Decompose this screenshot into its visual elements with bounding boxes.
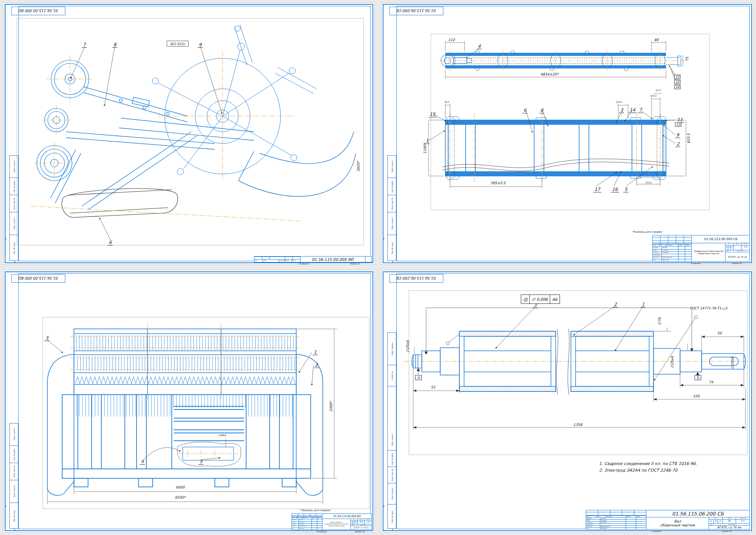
format-label: Формат А3	[722, 530, 732, 532]
organization: БГАТУ, гр 74 эм	[709, 526, 749, 529]
corner-mark-x: X	[392, 528, 393, 531]
format-label: Формат А1	[732, 262, 742, 264]
coaxiality-icon: ◎	[521, 295, 529, 303]
corner-mark-y: Y	[383, 505, 385, 508]
reference-note: *Размеры для справок	[300, 509, 330, 512]
title-block-row: Изм.Лист№ докум.Подп.Дата	[254, 259, 300, 262]
format-label: Формат А1	[355, 531, 365, 533]
sheet-header-general-view: 01.56.115.00.000 ВО Подп. и датаИнв. № д…	[3, 270, 375, 533]
title-block-revision-cells: Изм.Лист№ докум.Подп.Дата	[254, 257, 301, 262]
organization: БГАТУ, гр 74 эм	[725, 252, 749, 261]
corner-mark-y: Y	[5, 237, 7, 241]
shaft-drawing	[382, 270, 754, 533]
drawings-collage: 01.56.115.00.000 ВО Подп. и датаИнв. № д…	[0, 0, 756, 535]
format-label: Формат А1	[350, 263, 360, 265]
title-block-doc-number: 01.56.115.06.200 СБ	[646, 510, 749, 517]
title-block-row: Утв.Шупилов	[653, 259, 691, 261]
corner-mark-y: Y	[5, 505, 7, 508]
copied-label: Копировал	[317, 531, 327, 533]
sheet-conveyor-assembly: 01.56.115.06.000 СБ Подп. и датаИнв. № д…	[381, 2, 754, 265]
title-block: Изм.Лист№ докум.Подп.ДатаРазраб.ФроловПр…	[652, 235, 750, 262]
title-block-end-cell	[365, 257, 371, 262]
title-block: Изм.Лист№ докум.Подп.Дата 01.56.115.00.0…	[254, 256, 372, 262]
conveyor-drawing	[382, 3, 754, 265]
title-block: Изм.Лист№ докум.Подп.ДатаРазраб.ФроловПр…	[586, 510, 750, 530]
organization: БГАТУ, Гр 74 эм	[351, 526, 371, 530]
copied-label: Копировал	[691, 262, 701, 264]
corner-mark-y: Y	[383, 237, 385, 241]
title-block-row: Утв.Шупилов	[292, 528, 322, 530]
sheet-shaft-assembly: 01.56.115.06.200 СБ Перв. примен.Справ. …	[381, 270, 754, 533]
title-block-name: Жатка ЖЗК-6-1 (модернизированной очистки…	[322, 519, 351, 530]
position-tolerance-frame: ◎ ∅ 0,006 АБ	[521, 294, 560, 304]
title-block-doc-number: 01.56.115.00.000 ВО	[301, 257, 365, 262]
corner-mark-x: X	[392, 260, 393, 264]
copied-label: Копировал	[299, 263, 309, 265]
title-block-name: Вал сборочный чертеж	[646, 517, 709, 529]
reference-note: *Размеры для справок	[632, 230, 662, 233]
title-block: Изм.Лист№ докум.Подп.ДатаРазраб.ФроловПр…	[292, 513, 372, 530]
general-view-drawing	[4, 3, 375, 265]
title-block-row: Утв.Шупилов	[586, 527, 646, 529]
corner-mark-x: X	[14, 528, 15, 531]
sheet-general-view: 01.56.115.00.000 ВО Подп. и датаИнв. № д…	[3, 2, 375, 265]
technical-notes: 1. Сварное соединение II кл. по СТБ 1016…	[599, 460, 697, 474]
header-drawing	[4, 270, 375, 533]
view-label: А(1:5)(1)	[167, 41, 189, 47]
corner-mark-x: X	[14, 260, 15, 264]
title-block-name: Продольный транспортер сборочный чертеж	[692, 243, 725, 261]
title-block-doc-number: 01.56.115.00.000 ВО	[322, 514, 371, 519]
title-block-row	[254, 257, 300, 259]
title-block-doc-number: 01.56.115.06.000 СБ	[692, 235, 749, 243]
copied-label: Копировал	[652, 530, 662, 532]
